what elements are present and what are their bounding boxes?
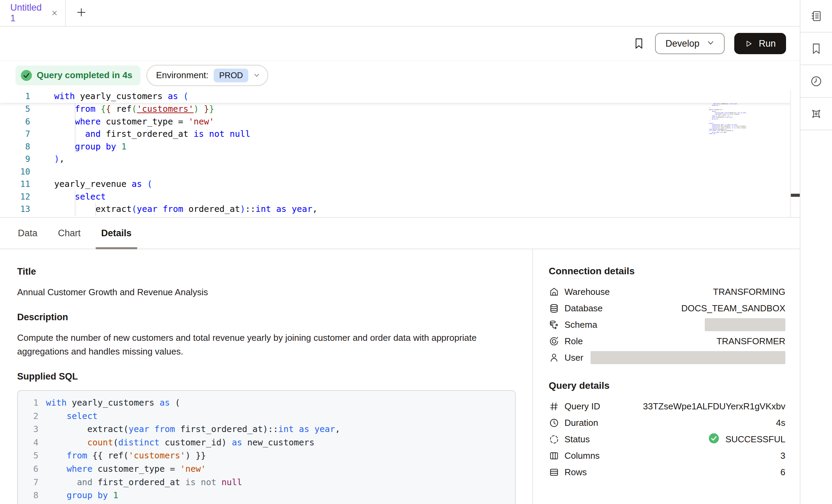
code-token: first_ordered_at <box>100 129 193 139</box>
code-token: and <box>85 129 100 139</box>
code-token <box>309 424 314 434</box>
tab-label: Untitled 1 <box>10 2 47 24</box>
warehouse-icon <box>549 287 559 297</box>
notebook-icon <box>810 10 823 23</box>
tab-untitled-1[interactable]: Untitled 1 <box>0 0 66 26</box>
success-check-icon <box>709 433 721 446</box>
editor-scrollbar-thumb[interactable] <box>791 194 800 197</box>
code-token: ( <box>132 204 137 214</box>
code-token: 'customers' <box>129 451 186 460</box>
line-content: with yearly_customers as ( <box>38 396 180 410</box>
code-token: } <box>209 104 214 114</box>
query-details-list: Query ID33TZseWpe1ALFDUYerxR1gVKxbvDurat… <box>549 398 785 480</box>
results-tab-details[interactable]: Details <box>98 218 134 249</box>
sql-code-line: 2 select <box>18 410 515 423</box>
environment-selector[interactable]: Environment: PROD <box>146 65 269 86</box>
code-token <box>46 411 67 421</box>
status-row: Query completed in 4s Environment: PROD <box>0 61 800 90</box>
code-token: as <box>159 398 170 408</box>
detail-value: TRANSFORMER <box>716 336 785 347</box>
rows-icon <box>549 467 559 478</box>
detail-label: Database <box>564 303 603 314</box>
sidebar-button-notebook[interactable] <box>800 0 832 33</box>
sql-code-line: 1with yearly_customers as ( <box>18 396 515 410</box>
code-token <box>46 451 67 460</box>
explore-icon <box>810 107 823 120</box>
environment-badge: PROD <box>214 69 248 82</box>
status-text: SUCCESSFUL <box>725 434 785 445</box>
editor-line: 5 from {{ ref('customers') }} <box>0 103 800 116</box>
line-number: 1 <box>18 396 38 410</box>
bookmark-button[interactable] <box>632 37 645 50</box>
code-token <box>294 424 299 434</box>
detail-row-columns: Columns3 <box>549 447 785 464</box>
code-token <box>157 204 163 214</box>
detail-value: 4s <box>776 418 785 428</box>
close-tab-icon[interactable] <box>51 9 58 17</box>
sql-code-line: 5 from {{ ref('customers') }} <box>18 449 515 463</box>
database-icon <box>549 303 559 314</box>
develop-dropdown[interactable]: Develop <box>655 33 725 54</box>
code-token <box>92 490 97 500</box>
line-content: yearly_revenue as ( <box>30 178 152 191</box>
results-tab-data[interactable]: Data <box>15 218 40 249</box>
toolbar: Develop Run <box>0 27 800 61</box>
editor-scrollbar <box>790 90 800 217</box>
code-token: customer_id) <box>159 437 232 447</box>
code-token: , <box>59 154 64 164</box>
details-panel: Title Annual Customer Growth and Revenue… <box>0 249 800 504</box>
code-token <box>54 142 75 152</box>
code-token: group <box>67 490 92 500</box>
code-token <box>149 424 154 434</box>
code-token <box>46 490 67 500</box>
code-token: from <box>154 424 175 434</box>
code-token: by <box>106 142 116 152</box>
sidebar-button-explore[interactable] <box>800 98 832 130</box>
code-token <box>54 117 75 127</box>
clock-icon <box>549 418 559 428</box>
sql-editor[interactable]: 1with yearly_customers as (5 from {{ ref… <box>0 90 800 218</box>
user-icon <box>549 352 559 363</box>
code-token: group <box>75 142 100 152</box>
status-value: SUCCESSFUL <box>709 433 785 446</box>
line-content: count(distinct customer_id) as new_custo… <box>38 436 314 449</box>
schema-icon <box>549 320 559 330</box>
detail-label: Columns <box>564 451 600 461</box>
detail-value: 33TZseWpe1ALFDUYerxR1gVKxbv <box>643 401 785 412</box>
connection-details-heading: Connection details <box>549 266 785 277</box>
line-content: select <box>30 191 106 203</box>
run-button[interactable]: Run <box>734 33 786 54</box>
code-token: year <box>314 424 335 434</box>
new-tab-button[interactable] <box>76 7 86 19</box>
line-number: 3 <box>18 423 38 436</box>
code-token: ) <box>193 104 199 114</box>
detail-row-query-id: Query ID33TZseWpe1ALFDUYerxR1gVKxbv <box>549 398 785 415</box>
sidebar-button-history[interactable] <box>800 65 832 98</box>
code-token: where <box>67 464 92 474</box>
chevron-down-icon <box>707 38 714 49</box>
line-number: 4 <box>18 436 38 449</box>
line-number: 9 <box>18 502 38 504</box>
code-token <box>216 477 222 487</box>
line-number: 5 <box>18 449 38 463</box>
code-token: extract <box>54 204 132 214</box>
code-token <box>271 204 276 214</box>
indent-guide <box>75 141 75 153</box>
code-token: as <box>232 437 242 447</box>
line-content: extract(year from first_ordered_at)::int… <box>38 423 340 436</box>
line-number: 10 <box>0 166 30 178</box>
sql-code-line: 4 count(distinct customer_id) as new_cus… <box>18 436 515 449</box>
code-token: , <box>335 424 340 434</box>
sidebar-button-bookmark[interactable] <box>800 33 832 65</box>
code-token: { <box>101 104 106 114</box>
detail-value: 3 <box>781 451 785 461</box>
code-token: ( <box>183 91 188 101</box>
line-number: 7 <box>18 476 38 489</box>
code-token <box>196 477 201 487</box>
code-token <box>46 437 87 447</box>
editor-line: 6 where customer_type = 'new' <box>0 116 800 128</box>
results-tab-chart[interactable]: Chart <box>55 218 83 249</box>
code-token: by <box>98 490 108 500</box>
indent-guide <box>75 116 75 128</box>
detail-row-user: User <box>549 349 785 366</box>
